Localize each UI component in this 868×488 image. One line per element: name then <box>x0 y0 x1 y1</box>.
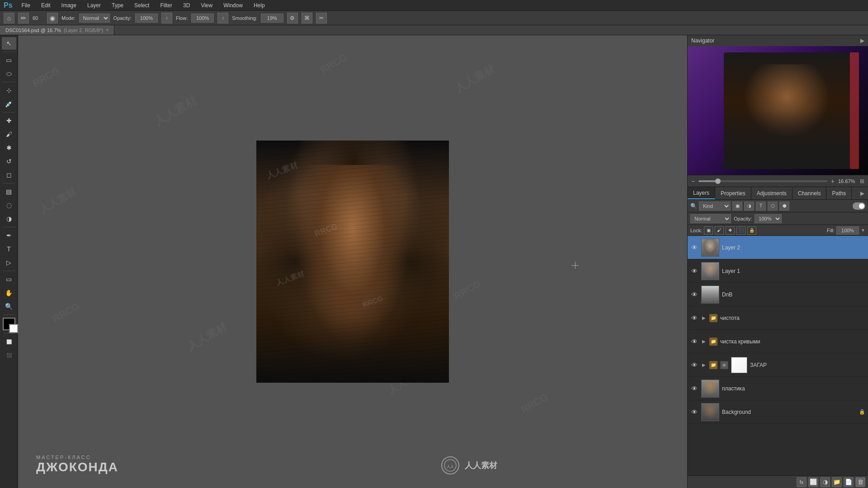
lock-all-btn[interactable]: 🔒 <box>747 226 756 235</box>
zoom-tool[interactable]: 🔍 <box>2 300 16 313</box>
rectangular-marquee-tool[interactable]: ▭ <box>2 54 16 66</box>
filter-kind-select[interactable]: Kind Name Effect <box>699 202 731 211</box>
quick-mask-mode[interactable]: ⬜ <box>2 335 16 348</box>
zagar-visibility-toggle[interactable]: 👁 <box>690 361 698 369</box>
dnb-visibility-toggle[interactable]: 👁 <box>690 291 698 299</box>
flow-pressure-icon[interactable]: ↕ <box>217 13 228 23</box>
chistka-expand-btn[interactable]: ▶ <box>701 339 707 344</box>
gradient-tool[interactable]: ▤ <box>2 185 16 198</box>
add-adjustment-btn[interactable]: ◑ <box>820 477 830 487</box>
flow-input[interactable] <box>191 14 214 23</box>
document-tab[interactable]: DSC01564.psd @ 16.7% (Layer 2, RGB/8*) × <box>0 25 114 35</box>
brush-preset-icon[interactable]: ◉ <box>47 13 58 23</box>
pressure-icon[interactable]: ↕ <box>161 13 172 23</box>
add-group-btn[interactable]: 📁 <box>832 477 842 487</box>
new-layer-btn[interactable]: 📄 <box>844 477 854 487</box>
blend-mode-select[interactable]: Normal Multiply Screen Overlay <box>690 214 731 223</box>
extra-icon[interactable]: ✂ <box>316 13 327 23</box>
lock-artboard-btn[interactable]: ⬛ <box>736 226 745 235</box>
layer-item-layer1[interactable]: 👁 Layer 1 <box>688 259 868 283</box>
type-tool[interactable]: T <box>2 243 16 255</box>
lasso-tool[interactable]: ⬭ <box>2 67 16 80</box>
navigator-collapse-btn[interactable]: ▶ <box>860 38 864 44</box>
layer-item-chistka[interactable]: 👁 ▶ 📁 чистка кривыми <box>688 330 868 353</box>
plastika-visibility-toggle[interactable]: 👁 <box>690 385 698 393</box>
smoothing-input[interactable] <box>261 14 283 23</box>
tab-adjustments[interactable]: Adjustments <box>751 187 793 199</box>
filter-shape-icon[interactable]: ⬡ <box>768 202 778 211</box>
blur-tool[interactable]: ◌ <box>2 199 16 211</box>
layer-item-plastika[interactable]: 👁 пластика <box>688 377 868 400</box>
chistota-expand-btn[interactable]: ▶ <box>701 315 707 320</box>
lock-position-btn[interactable]: ✚ <box>726 226 735 235</box>
layer-item-background[interactable]: 👁 Background 🔒 <box>688 400 868 424</box>
chistka-visibility-toggle[interactable]: 👁 <box>690 338 698 346</box>
dodge-tool[interactable]: ◑ <box>2 212 16 225</box>
rectangle-shape-tool[interactable]: ▭ <box>2 273 16 286</box>
mode-select[interactable]: Normal Multiply Screen <box>79 14 110 23</box>
menu-layer[interactable]: Layer <box>85 1 103 9</box>
menu-edit[interactable]: Edit <box>39 1 52 9</box>
filter-toggle[interactable] <box>853 202 865 210</box>
menu-filter[interactable]: Filter <box>158 1 174 9</box>
foreground-color[interactable] <box>3 318 15 330</box>
brush-tool[interactable]: 🖌 <box>2 128 16 141</box>
add-mask-btn[interactable]: ⬜ <box>808 477 818 487</box>
background-visibility-toggle[interactable]: 👁 <box>690 408 698 416</box>
zagar-expand-btn[interactable]: ▶ <box>701 362 707 367</box>
tab-close-button[interactable]: × <box>106 28 109 33</box>
menu-help[interactable]: Help <box>252 1 267 9</box>
add-fx-btn[interactable]: fx <box>797 477 807 487</box>
filter-adjustment-icon[interactable]: ◑ <box>744 202 754 211</box>
menu-view[interactable]: View <box>199 1 214 9</box>
move-tool[interactable]: ↖ <box>2 37 16 50</box>
pen-tool[interactable]: ✒ <box>2 229 16 242</box>
filter-pixel-icon[interactable]: ▣ <box>732 202 742 211</box>
tab-paths[interactable]: Paths <box>826 187 852 199</box>
menu-window[interactable]: Window <box>222 1 245 9</box>
history-brush-tool[interactable]: ↺ <box>2 155 16 168</box>
heal-tool[interactable]: ✚ <box>2 114 16 127</box>
zoom-fit-btn[interactable]: ⊞ <box>860 178 864 184</box>
crop-tool[interactable]: ⊹ <box>2 84 16 97</box>
filter-type-icon[interactable]: T <box>756 202 766 211</box>
lock-pixels-btn[interactable]: 🖌 <box>715 226 724 235</box>
layer2-visibility-toggle[interactable]: 👁 <box>690 244 698 252</box>
brush-tool-icon[interactable]: ✏ <box>18 13 29 23</box>
document-canvas[interactable]: 人人素材 RRCG 人人素材 RRCG <box>256 141 449 383</box>
screen-mode[interactable]: ⬛ <box>2 349 16 361</box>
clone-stamp-tool[interactable]: ✱ <box>2 141 16 154</box>
fill-input[interactable] <box>836 226 859 235</box>
layer-item-dnb[interactable]: 👁 DnB <box>688 283 868 306</box>
symmetry-icon[interactable]: ⌘ <box>302 13 312 23</box>
panel-collapse-btn[interactable]: ▶ <box>857 190 868 197</box>
delete-layer-btn[interactable]: 🗑 <box>855 477 865 487</box>
menu-image[interactable]: Image <box>60 1 78 9</box>
layer-item-chistota[interactable]: 👁 ▶ 📁 чистота <box>688 306 868 330</box>
zoom-slider[interactable] <box>698 180 827 182</box>
path-select-tool[interactable]: ▷ <box>2 256 16 269</box>
lock-transparent-btn[interactable]: ▣ <box>704 226 713 235</box>
chistota-visibility-toggle[interactable]: 👁 <box>690 314 698 322</box>
tab-properties[interactable]: Properties <box>715 187 751 199</box>
filter-smartobj-icon[interactable]: ⬢ <box>779 202 789 211</box>
opacity-input[interactable]: 100% <box>135 14 158 23</box>
tab-channels[interactable]: Channels <box>793 187 827 199</box>
layer1-visibility-toggle[interactable]: 👁 <box>690 267 698 275</box>
eyedropper-tool[interactable]: 💉 <box>2 98 16 110</box>
navigator-preview[interactable] <box>688 46 868 175</box>
settings-icon[interactable]: ⚙ <box>287 13 298 23</box>
opacity-select[interactable]: 100% 75% 50% <box>755 214 782 223</box>
home-button[interactable]: ⌂ <box>4 13 14 23</box>
menu-type[interactable]: Type <box>110 1 125 9</box>
hand-tool[interactable]: ✋ <box>2 286 16 299</box>
layer-item-layer2[interactable]: 👁 Layer 2 <box>688 236 868 259</box>
tab-layers[interactable]: Layers <box>688 187 715 199</box>
layer-item-zagar[interactable]: 👁 ▶ 📁 ⬢ ЗАГАР <box>688 353 868 377</box>
zoom-in-btn[interactable]: + <box>831 178 835 185</box>
menu-file[interactable]: File <box>20 1 32 9</box>
eraser-tool[interactable]: ◻ <box>2 169 16 181</box>
menu-3d[interactable]: 3D <box>181 1 192 9</box>
zoom-out-btn[interactable]: − <box>691 178 695 185</box>
menu-select[interactable]: Select <box>132 1 151 9</box>
